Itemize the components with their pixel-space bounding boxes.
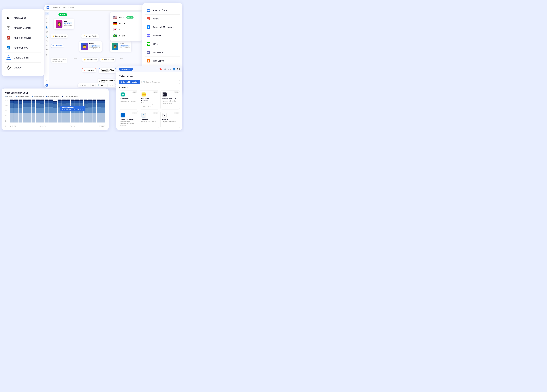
update-entity-node[interactable]: Update Entity <box>51 44 63 48</box>
fit-icon[interactable]: ⊡ <box>92 84 94 86</box>
channel-item-ringcentral[interactable]: R RingCentral <box>145 57 180 65</box>
user-icon[interactable]: 👤 <box>173 68 175 70</box>
collapse-installed-icon[interactable]: ∧ <box>127 86 129 89</box>
ext-card-amazon-connect[interactable]: 4.0.0 Amazon Connect Exposes Helper Func… <box>119 111 138 128</box>
lang-item-en-us[interactable]: 🇺🇸 en-US Primary <box>113 14 140 20</box>
redo-icon[interactable]: ↪ <box>112 84 113 86</box>
provider-item-bedrock[interactable]: Amazon Bedrock <box>5 23 41 33</box>
sidebar-tag-icon[interactable]: 🏷 <box>45 30 49 34</box>
search-extensions-input[interactable]: 🔍 Search Extensions <box>142 80 180 84</box>
bar-group[interactable] <box>53 101 57 123</box>
ext-header-icons: ? 🔖 🔍 ●● 👤 💬 <box>156 68 180 70</box>
sidebar-chat-icon[interactable]: 💬 <box>45 48 49 52</box>
ext-card-sunshine[interactable]: 4.1.0 Sunshine Convers... Perform Sunshi… <box>140 90 159 110</box>
breadcrumb-agent[interactable]: Lisa - AI Agent <box>63 7 74 8</box>
zoom-in-btn[interactable]: + <box>88 84 89 86</box>
bar-group[interactable] <box>92 100 96 123</box>
search-icon[interactable]: 🔍 <box>164 68 166 70</box>
ext-grid: 4.0.0 Freshdesk Integrates with Freshdes… <box>119 90 180 128</box>
bar-group[interactable] <box>36 100 40 123</box>
share-icon[interactable]: ↗ <box>104 84 106 86</box>
bar-group[interactable] <box>79 100 83 123</box>
bar-group[interactable] <box>14 100 18 123</box>
y-axis-label: 0 <box>5 125 9 127</box>
chart-panel: Cost Savings (in USD) Check-in Rebook Fl… <box>1 89 109 130</box>
send-sms-node[interactable]: ⊕ Send SMS <box>82 68 96 72</box>
screenshot-icon[interactable]: 📷 <box>101 84 103 86</box>
upload-extension-button[interactable]: + Upload Extension <box>119 80 140 84</box>
channel-item-msteams[interactable]: MS Teams <box>145 48 180 57</box>
channel-item-amazon-connect[interactable]: Amazon Connect <box>145 6 180 14</box>
sidebar-grid-icon[interactable]: ⊞ <box>45 12 49 15</box>
channel-item-avaya[interactable]: A Avaya <box>145 14 180 23</box>
bar-segment <box>75 100 79 101</box>
ext-card-freshdesk[interactable]: 4.0.0 Freshdesk Integrates with Freshdes… <box>119 90 138 110</box>
display-flight-node[interactable]: Display New Flight Adaptive Card <box>99 68 116 73</box>
bookmark-icon[interactable]: 🔖 <box>159 68 162 70</box>
manage-booking-action[interactable]: ⚡ Manage Booking <box>82 34 99 38</box>
bar-group[interactable] <box>32 100 35 123</box>
chart-xaxis: 01.01.2308.01.2315.01.2322.01.23 <box>10 125 105 127</box>
sidebar-help-icon[interactable]: ? <box>45 79 49 83</box>
ext-card-servicenow[interactable]: 4.0.1 Now Service Now Live ... Integrate… <box>160 90 180 110</box>
bar-group[interactable] <box>75 100 79 123</box>
channel-item-line[interactable]: LINE <box>145 40 180 48</box>
bar-group[interactable] <box>58 100 62 123</box>
provider-item-aleph[interactable]: 𝕬 Aleph Alpha <box>5 13 41 23</box>
undo-icon[interactable]: ↩ <box>109 84 111 86</box>
confirm-rebook-node[interactable]: ✉ Confirm Rebooking [Email] <box>97 79 117 84</box>
sidebar-connect-icon[interactable]: ⊕ <box>45 44 49 48</box>
bar-group[interactable] <box>71 100 75 123</box>
zoom-out-btn[interactable]: − <box>80 84 81 86</box>
provider-item-azure[interactable]: A Azure OpenAI <box>5 43 41 53</box>
lang-item-de---de[interactable]: 🇩🇪 de - DE <box>113 20 140 27</box>
lisa-agent-node[interactable]: 👩 Lisa AI Agent Airlines Agent <box>54 19 74 29</box>
sidebar-refresh-icon[interactable]: ↻ <box>45 21 49 25</box>
lang-item-jp---jp[interactable]: 🇯🇵 jp - JP <box>113 27 140 33</box>
dots-icon[interactable]: ●● <box>168 68 171 70</box>
bar-group[interactable] <box>66 100 70 123</box>
bar-group[interactable] <box>49 100 53 123</box>
provider-item-gemini[interactable]: Google Gemini <box>5 53 41 63</box>
bar-group[interactable] <box>27 100 31 123</box>
provider-item-claude[interactable]: A Anthropic Claude <box>5 33 41 43</box>
bar-group[interactable] <box>10 100 14 123</box>
update-account-action[interactable]: ⚡ Update Account <box>51 34 68 38</box>
bar-group[interactable] <box>84 100 88 123</box>
bar-group[interactable] <box>97 100 101 123</box>
y-axis-label: 12k <box>5 105 9 106</box>
bar-group[interactable] <box>40 100 44 123</box>
bar-group[interactable] <box>45 100 48 123</box>
bar-group[interactable] <box>88 100 92 123</box>
sidebar-code-icon[interactable]: { } <box>45 39 49 43</box>
bar-group[interactable] <box>62 100 66 123</box>
resolve-action-node[interactable]: Resolve Tool Action Account updated <box>51 58 67 63</box>
bar-segment <box>101 100 105 101</box>
channel-item-facebook[interactable]: Facebook Messenger <box>145 23 180 31</box>
chat-icon[interactable]: 💬 <box>177 68 180 70</box>
bar-group[interactable] <box>19 100 22 123</box>
help-icon[interactable]: ? <box>156 68 157 70</box>
sidebar-arrow-icon[interactable]: ↗ <box>45 16 49 20</box>
sidebar-gear-icon[interactable]: ⚙ <box>45 53 49 57</box>
jacob-agent-node[interactable]: 👨 Jacob AI Agent (3) Billing Specialist <box>110 41 131 52</box>
azure-icon: A <box>6 45 11 50</box>
start-button[interactable]: ▶ Start <box>58 13 67 16</box>
zoom-magnify-icon[interactable]: 🔍 <box>97 84 100 86</box>
breadcrumb-agentic[interactable]: Agentic AI <box>53 7 61 8</box>
sidebar-person-icon[interactable]: 👤 <box>45 26 49 29</box>
upgrade-flight-action[interactable]: ⚡ Upgrade Flight <box>82 58 98 62</box>
provider-item-openai[interactable]: OpenAI <box>5 63 41 72</box>
ext-desc-amazon-connect: Exposes Helper Functions for Amazon Conn… <box>121 121 137 127</box>
rebook-flight-action[interactable]: ⚡ Rebook Flight <box>100 58 115 62</box>
naomi-agent-node[interactable]: 👩 Naomi AI Agent (2) Booking Specialist <box>79 41 102 52</box>
channel-item-intercom[interactable]: Intercom <box>145 31 180 40</box>
sidebar-search-icon[interactable]: 🔍 <box>45 35 49 38</box>
ext-card-vonage[interactable]: 4.0.0 V Vonage Integrates with Vonage <box>160 111 180 128</box>
bar-segment <box>49 100 53 101</box>
bar-group[interactable] <box>23 100 27 123</box>
bar-group[interactable] <box>101 100 105 123</box>
bar-segment <box>92 107 96 113</box>
ext-card-zendesk[interactable]: 4.4.2 Z Zendesk Integrates with Zendesk <box>140 111 159 128</box>
lang-item-pt---br[interactable]: 🇧🇷 pt - BR <box>113 33 140 39</box>
